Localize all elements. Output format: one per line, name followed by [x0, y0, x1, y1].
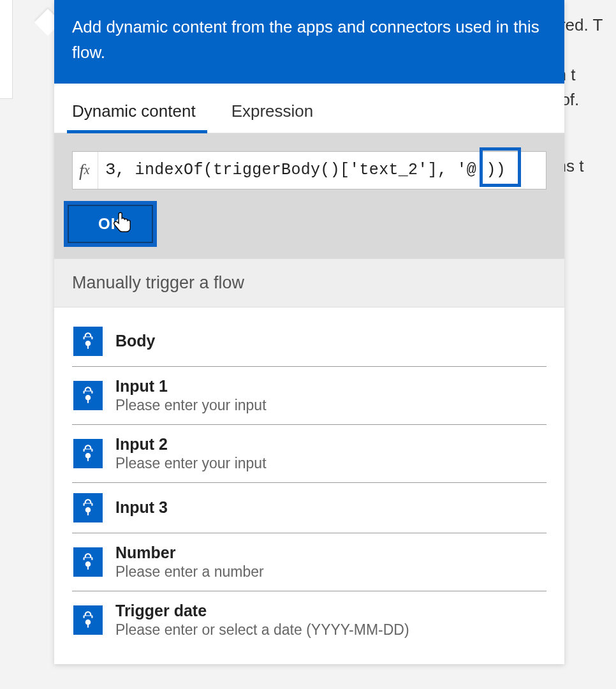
tab-dynamic-content[interactable]: Dynamic content	[54, 95, 214, 133]
list-item[interactable]: Input 1 Please enter your input	[72, 367, 546, 425]
item-title: Input 1	[115, 377, 267, 396]
item-text: Number Please enter a number	[115, 544, 264, 581]
dynamic-content-panel: Add dynamic content from the apps and co…	[54, 0, 564, 664]
trigger-icon	[73, 605, 103, 635]
item-title: Input 2	[115, 435, 267, 454]
ok-button-highlight: OK	[64, 201, 157, 247]
item-text: Input 2 Please enter your input	[115, 435, 267, 472]
item-desc: Please enter a number	[115, 563, 264, 581]
item-title: Input 3	[115, 498, 168, 517]
item-title: Number	[115, 544, 264, 562]
trigger-icon	[73, 327, 103, 356]
item-text: Input 3	[115, 498, 168, 517]
ok-button[interactable]: OK	[68, 205, 153, 243]
expression-area: fx З, indexOf(triggerBody()['text_2'], '…	[54, 133, 564, 307]
ok-button-label: OK	[98, 215, 122, 232]
tab-expression[interactable]: Expression	[214, 95, 332, 133]
trigger-icon	[73, 547, 103, 577]
item-text: Input 1 Please enter your input	[115, 377, 267, 414]
list-item[interactable]: Trigger date Please enter or select a da…	[72, 591, 546, 649]
item-desc: Please enter your input	[115, 455, 267, 472]
dynamic-content-list: Body Input 1 Please enter your input Inp…	[54, 307, 564, 664]
trigger-icon	[73, 381, 103, 410]
item-title: Trigger date	[115, 602, 409, 620]
tabs-row: Dynamic content Expression	[54, 84, 564, 133]
expression-text[interactable]: З, indexOf(triggerBody()['text_2'], '@')…	[98, 161, 546, 179]
trigger-icon	[73, 439, 103, 468]
left-edge-fragment	[0, 0, 13, 99]
list-item[interactable]: Number Please enter a number	[72, 533, 546, 591]
trigger-icon	[73, 493, 103, 522]
item-text: Trigger date Please enter or select a da…	[115, 602, 409, 639]
item-title: Body	[115, 332, 156, 350]
panel-banner: Add dynamic content from the apps and co…	[54, 0, 564, 84]
list-item[interactable]: Input 3	[72, 483, 546, 533]
list-item[interactable]: Body	[72, 313, 546, 367]
expression-input[interactable]: fx З, indexOf(triggerBody()['text_2'], '…	[72, 151, 546, 189]
item-desc: Please enter or select a date (YYYY-MM-D…	[115, 621, 409, 639]
list-item[interactable]: Input 2 Please enter your input	[72, 425, 546, 483]
item-desc: Please enter your input	[115, 397, 267, 414]
fx-icon: fx	[73, 152, 98, 189]
item-text: Body	[115, 332, 156, 350]
section-header: Manually trigger a flow	[54, 258, 564, 307]
